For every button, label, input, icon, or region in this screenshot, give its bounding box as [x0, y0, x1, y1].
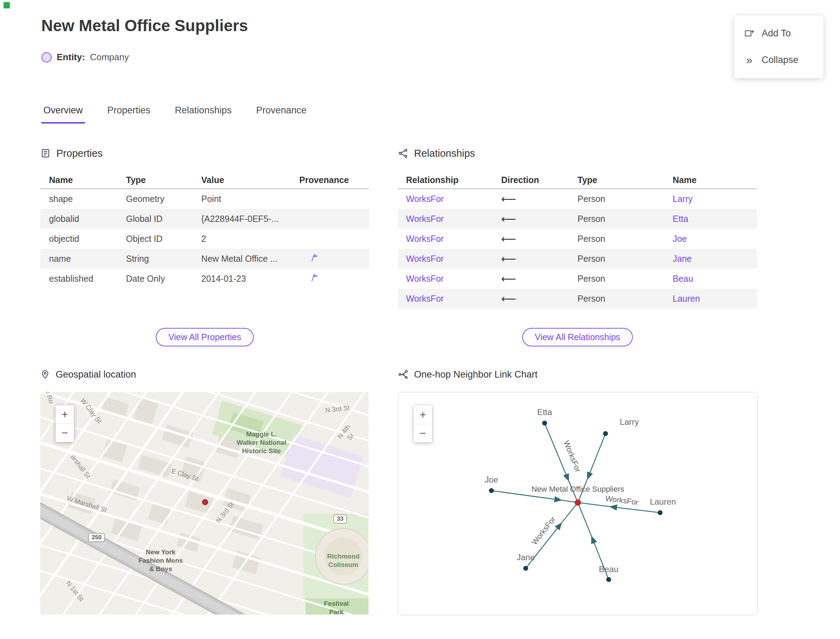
properties-icon: [40, 148, 51, 159]
add-to-icon: [744, 29, 755, 39]
map-location-marker: [203, 500, 208, 505]
col-type: Type: [126, 175, 201, 185]
view-all-properties-button[interactable]: View All Properties: [156, 328, 254, 347]
relationships-table: Relationship Direction Type Name WorksFo…: [398, 171, 757, 308]
table-row: objectid Object ID 2: [40, 229, 369, 249]
table-row: WorksFor ⟵ Person Joe: [398, 229, 757, 249]
direction-arrow: ⟵: [501, 253, 578, 265]
col-relationship: Relationship: [406, 175, 501, 185]
properties-table: Name Type Value Provenance shape Geometr…: [40, 171, 369, 289]
relationships-table-header: Relationship Direction Type Name: [398, 171, 757, 189]
collapse-icon: »: [744, 54, 755, 65]
node-lauren: [658, 510, 663, 515]
corner-badge: [3, 2, 10, 8]
route-shield: 250: [88, 533, 105, 542]
relationships-icon: [398, 148, 409, 159]
col-direction: Direction: [501, 175, 578, 185]
entity-detail-page: New Metal Office Suppliers Entity: Compa…: [0, 0, 840, 639]
col-type: Type: [578, 175, 673, 185]
map[interactable]: k Ro W Clay St N 3rd St N 4th St Maggie …: [40, 392, 369, 615]
node-label: Beau: [599, 564, 619, 574]
relationship-link[interactable]: WorksFor: [406, 214, 501, 224]
zoom-out-button[interactable]: −: [414, 424, 432, 442]
relationship-link[interactable]: WorksFor: [406, 294, 501, 304]
col-name: Name: [673, 175, 757, 185]
relationship-link[interactable]: WorksFor: [406, 254, 501, 264]
center-node: [575, 500, 581, 505]
relationships-header: Relationships: [398, 145, 757, 161]
edge-label: WorksFor: [530, 515, 557, 546]
table-row: WorksFor ⟵ Person Jane: [398, 249, 757, 269]
link-chart-header: One-hop Neighbor Link Chart: [398, 367, 538, 381]
tab-overview[interactable]: Overview: [41, 105, 85, 124]
node-jane: [523, 566, 528, 571]
relationship-link[interactable]: WorksFor: [406, 273, 501, 284]
node-label: Joe: [485, 475, 498, 485]
geospatial-title: Geospatial location: [56, 369, 136, 380]
table-row: globalid Global ID {A228944F-0EF5-...: [40, 209, 369, 229]
link-chart-canvas: WorksFor WorksFor WorksFor: [398, 392, 757, 615]
map-label: New York Fashion Mens & Boys: [138, 548, 183, 573]
edge-label: WorksFor: [562, 439, 583, 473]
col-provenance: Provenance: [299, 175, 369, 185]
zoom-in-button[interactable]: +: [56, 405, 74, 423]
action-menu: Add To » Collapse: [734, 15, 823, 78]
entity-link[interactable]: Beau: [673, 273, 757, 284]
chart-zoom-controls: + −: [414, 405, 432, 442]
map-label: Festival Park: [320, 599, 352, 615]
entity-link[interactable]: Etta: [673, 214, 757, 224]
provenance-flag-icon[interactable]: [309, 253, 369, 265]
collapse-label: Collapse: [762, 55, 799, 65]
table-row: name String New Metal Office ...: [40, 249, 369, 269]
table-row: established Date Only 2014-01-23: [40, 269, 369, 289]
table-row: WorksFor ⟵ Person Beau: [398, 269, 757, 289]
direction-arrow: ⟵: [501, 273, 578, 285]
table-row: shape Geometry Point: [40, 189, 369, 209]
properties-title: Properties: [56, 148, 103, 159]
table-row: WorksFor ⟵ Person Lauren: [398, 289, 757, 308]
tab-provenance[interactable]: Provenance: [254, 105, 309, 124]
col-value: Value: [201, 175, 299, 185]
relationships-title: Relationships: [414, 148, 475, 159]
col-name: Name: [49, 175, 126, 185]
tab-properties[interactable]: Properties: [105, 105, 153, 124]
direction-arrow: ⟵: [501, 233, 578, 245]
node-label: Larry: [620, 417, 639, 427]
tab-relationships[interactable]: Relationships: [173, 105, 234, 124]
entity-label: Entity:: [57, 52, 85, 63]
provenance-flag-icon[interactable]: [309, 273, 369, 285]
zoom-out-button[interactable]: −: [56, 423, 74, 442]
add-to-button[interactable]: Add To: [734, 20, 823, 46]
link-chart[interactable]: WorksFor WorksFor WorksFor Etta Larry Jo…: [398, 392, 758, 615]
properties-panel: Properties Name Type Value Provenance sh…: [40, 145, 369, 355]
tab-bar: Overview Properties Relationships Proven…: [41, 105, 309, 124]
add-to-label: Add To: [762, 28, 791, 39]
map-zoom-controls: + −: [56, 405, 74, 442]
node-etta: [542, 421, 547, 426]
edge-label: WorksFor: [605, 494, 639, 506]
node-label: Etta: [537, 407, 552, 417]
center-node-label: New Metal Office Suppliers: [531, 485, 624, 494]
entity-link[interactable]: Joe: [673, 234, 757, 244]
node-beau: [606, 577, 611, 582]
zoom-in-button[interactable]: +: [414, 405, 432, 424]
collapse-button[interactable]: » Collapse: [734, 46, 823, 73]
direction-arrow: ⟵: [501, 193, 578, 205]
entity-link[interactable]: Lauren: [673, 294, 757, 304]
entity-link[interactable]: Jane: [673, 254, 757, 264]
node-larry: [603, 431, 608, 436]
geospatial-header: Geospatial location: [40, 367, 136, 381]
entity-type-icon: [41, 52, 52, 63]
link-chart-title: One-hop Neighbor Link Chart: [414, 369, 538, 380]
route-shield: 33: [334, 514, 347, 523]
direction-arrow: ⟵: [501, 292, 578, 305]
entity-subtitle: Entity: Company: [41, 52, 129, 63]
relationship-link[interactable]: WorksFor: [406, 194, 501, 204]
relationship-link[interactable]: WorksFor: [406, 234, 501, 244]
map-label: Richmond Coliseum: [327, 552, 360, 569]
entity-type-value: Company: [90, 52, 129, 63]
entity-link[interactable]: Larry: [673, 194, 757, 204]
properties-table-header: Name Type Value Provenance: [40, 171, 369, 189]
view-all-relationships-button[interactable]: View All Relationships: [522, 328, 633, 347]
properties-header: Properties: [40, 145, 369, 161]
